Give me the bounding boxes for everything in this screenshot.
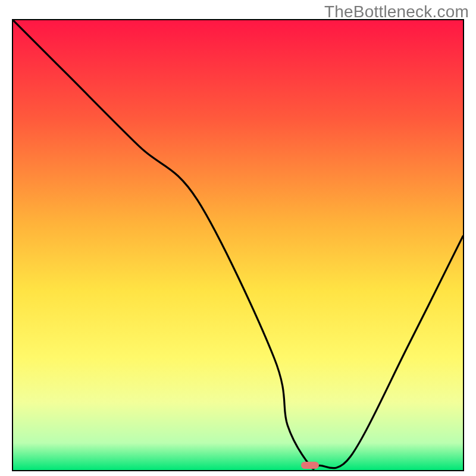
chart-frame: TheBottleneck.com — [0, 0, 476, 476]
bottleneck-curve-path — [13, 20, 463, 469]
plot-area — [12, 19, 464, 471]
optimal-point-marker — [301, 462, 319, 469]
curve-layer — [13, 20, 463, 470]
